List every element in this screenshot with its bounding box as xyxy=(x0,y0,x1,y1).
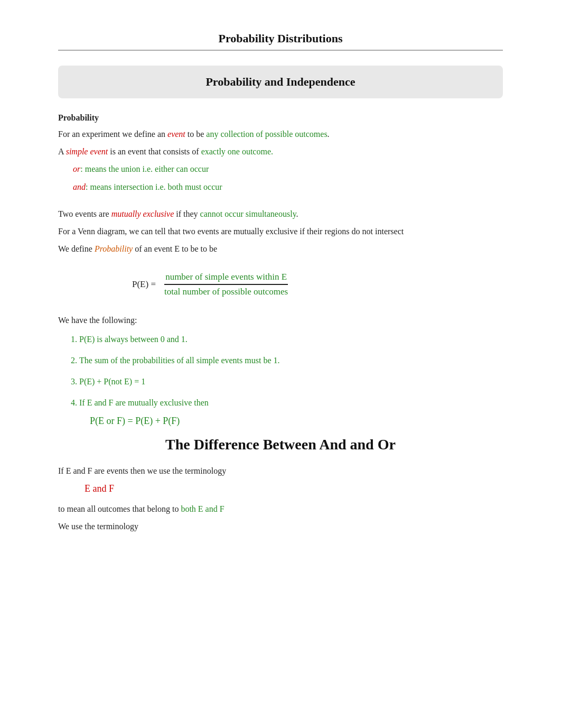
numerator: number of simple events within E xyxy=(165,272,287,284)
or-text: : means the union i.e. either can occur xyxy=(80,164,209,173)
diff-intro-text: If E and F are events then we use the te… xyxy=(58,466,226,475)
section-title: Probability and Independence xyxy=(74,75,487,89)
list-item-2-text: The sum of the probabilities of all simp… xyxy=(79,356,279,365)
title-text: Probability Distributions xyxy=(219,32,343,45)
diff-post: to mean all outcomes that belong to both… xyxy=(58,502,503,516)
mutually-pre: Two events are xyxy=(58,209,111,218)
following-text: We have the following: xyxy=(58,313,503,327)
define-probability: We define Probability of an event E to b… xyxy=(58,242,503,256)
define-pre: We define xyxy=(58,244,95,253)
page-title: Probability Distributions xyxy=(58,32,503,51)
intro-event: For an experiment we define an event to … xyxy=(58,127,503,141)
and-label: and xyxy=(73,182,86,191)
diff-intro: If E and F are events then we use the te… xyxy=(58,464,503,478)
denominator: total number of possible outcomes xyxy=(164,285,288,297)
mutually-exclusive: Two events are mutually exclusive if the… xyxy=(58,207,503,221)
intro2-post: is an event that consists of xyxy=(108,147,201,156)
intro2-pre: A xyxy=(58,147,66,156)
list-item-4: If E and F are mutually exclusive then xyxy=(79,394,503,411)
and-definition: and: means intersection i.e. both must o… xyxy=(58,180,503,194)
diff-use: We use the terminology xyxy=(58,519,503,533)
mutually-green: cannot occur simultaneously xyxy=(200,209,296,218)
and-text: : means intersection i.e. both must occu… xyxy=(86,182,222,191)
diff-post-text: to mean all outcomes that belong to xyxy=(58,504,181,513)
intro1-end: . xyxy=(328,130,330,139)
mutually-end: . xyxy=(296,209,298,218)
probability-formula: P(E) = number of simple events within E … xyxy=(132,272,503,297)
define-post: of an event E to be to be xyxy=(133,244,217,253)
fraction: number of simple events within E total n… xyxy=(164,272,288,297)
intro1-italic: event xyxy=(167,130,185,139)
intro-simple-event: A simple event is an event that consists… xyxy=(58,144,503,159)
peorf-formula: P(E or F) = P(E) + P(F) xyxy=(90,416,503,427)
eandf-label: E and F xyxy=(85,483,503,494)
list-item-4-text: If E and F are mutually exclusive then xyxy=(79,398,209,407)
venn-text: For a Venn diagram, we can tell that two… xyxy=(58,224,503,238)
or-label: or xyxy=(73,164,80,173)
list-item-2: The sum of the probabilities of all simp… xyxy=(79,352,503,369)
mutually-post: if they xyxy=(174,209,200,218)
define-italic: Probability xyxy=(95,244,133,253)
probability-list: P(E) is always between 0 and 1. The sum … xyxy=(58,331,503,411)
pe-label: P(E) = xyxy=(132,279,156,290)
list-item-3: P(E) + P(not E) = 1 xyxy=(79,373,503,390)
list-item-1-text: P(E) is always between 0 and 1. xyxy=(79,335,188,344)
difference-heading: The Difference Between And and Or xyxy=(58,436,503,453)
mutually-italic: mutually exclusive xyxy=(111,209,174,218)
section-header-box: Probability and Independence xyxy=(58,66,503,98)
intro1-green: any collection of possible outcomes xyxy=(206,130,327,139)
diff-post-green: both E and F xyxy=(181,504,224,513)
intro1-post: to be xyxy=(185,130,207,139)
list-item-3-text: P(E) + P(not E) = 1 xyxy=(79,377,145,386)
or-definition: or: means the union i.e. either can occu… xyxy=(58,162,503,176)
intro2-italic: simple event xyxy=(66,147,108,156)
probability-heading: Probability xyxy=(58,113,503,123)
intro2-green: exactly one outcome. xyxy=(201,147,273,156)
intro1-pre: For an experiment we define an xyxy=(58,130,167,139)
list-item-1: P(E) is always between 0 and 1. xyxy=(79,331,503,348)
